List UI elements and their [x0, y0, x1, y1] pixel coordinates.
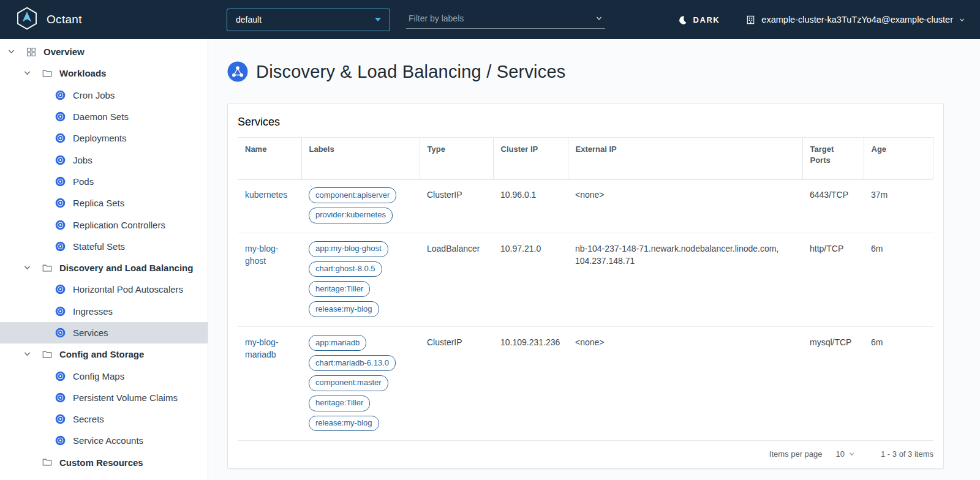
sidebar-item-daemon-sets[interactable]: Daemon Sets [0, 106, 208, 127]
column-header-cluster-ip: Cluster IP [493, 138, 568, 179]
sidebar-item-label: Daemon Sets [73, 111, 129, 122]
resource-icon [55, 111, 66, 122]
sidebar-item-label: Jobs [73, 155, 92, 165]
column-header-labels: Labels [301, 138, 420, 179]
theme-toggle-button[interactable]: DARK [678, 15, 720, 24]
sidebar-item-config-maps[interactable]: Config Maps [0, 365, 208, 386]
table-row: my-blog-mariadbapp:mariadbchart:mariadb-… [238, 327, 933, 441]
page-title: Discovery & Load Balancing / Services [256, 62, 565, 82]
chevron-down-icon [959, 17, 965, 23]
app-header: Octant default Filter by labels DARK exa… [0, 0, 980, 39]
label-filter-input[interactable]: Filter by labels [406, 10, 605, 29]
label-pill-list: app:mariadbchart:mariadb-6.13.0component… [309, 335, 412, 431]
cell-cluster-ip: 10.109.231.236 [493, 327, 568, 441]
label-pill: chart:ghost-8.0.5 [309, 261, 382, 277]
resource-icon [55, 176, 66, 187]
service-link[interactable]: my-blog-mariadb [245, 337, 278, 359]
sidebar-item-workloads[interactable]: Workloads [0, 62, 208, 84]
resource-icon [55, 133, 66, 143]
expand-chevron-icon[interactable] [5, 48, 17, 55]
sidebar-item-pods[interactable]: Pods [0, 171, 208, 192]
resource-icon [55, 284, 66, 294]
sidebar-item-label: Ingresses [73, 306, 113, 317]
brand: Octant [0, 6, 208, 33]
chevron-down-icon [848, 451, 855, 457]
sidebar-item-label: Replica Sets [73, 198, 124, 208]
resource-icon [55, 241, 66, 252]
caret-down-icon [375, 18, 381, 21]
sidebar-item-label: Workloads [59, 68, 106, 78]
sidebar-item-services[interactable]: Services [0, 322, 208, 343]
main-content: Discovery & Load Balancing / Services Se… [208, 39, 980, 480]
pagination-bar: Items per page 10 1 - 3 of 3 items [228, 441, 943, 468]
resource-icon [55, 90, 66, 100]
label-pill: release:my-blog [309, 301, 379, 317]
label-pill-list: app:my-blog-ghostchart:ghost-8.0.5herita… [309, 241, 412, 317]
expand-chevron-icon[interactable] [21, 264, 33, 271]
services-card: Services NameLabelsTypeCluster IPExterna… [227, 103, 944, 469]
sidebar-item-service-accounts[interactable]: Service Accounts [0, 430, 208, 451]
sidebar-item-stateful-sets[interactable]: Stateful Sets [0, 236, 208, 257]
service-link[interactable]: my-blog-ghost [245, 244, 278, 266]
resource-icon [55, 414, 66, 424]
cell-labels: app:mariadbchart:mariadb-6.13.0component… [301, 327, 420, 441]
sidebar-item-overview[interactable]: Overview [0, 41, 208, 62]
cell-age: 6m [864, 327, 933, 441]
resource-icon [55, 392, 66, 403]
cell-labels: app:my-blog-ghostchart:ghost-8.0.5herita… [301, 233, 420, 326]
resource-icon [55, 328, 66, 338]
label-pill: heritage:Tiller [309, 281, 370, 297]
sidebar-item-jobs[interactable]: Jobs [0, 149, 208, 170]
namespace-selector[interactable]: default [227, 9, 390, 31]
sidebar-item-horizontal-pod-autoscalers[interactable]: Horizontal Pod Autoscalers [0, 279, 208, 300]
sidebar-item-replication-controllers[interactable]: Replication Controllers [0, 214, 208, 235]
sidebar-item-label: Deployments [73, 133, 127, 143]
service-link[interactable]: kubernetes [245, 190, 287, 200]
sidebar-item-cron-jobs[interactable]: Cron Jobs [0, 84, 208, 106]
resource-icon [55, 220, 66, 230]
app-name: Octant [47, 13, 82, 26]
services-table-wrap: NameLabelsTypeCluster IPExternal IPTarge… [228, 137, 943, 441]
cell-name: my-blog-ghost [238, 233, 301, 326]
folder-icon [42, 68, 53, 79]
label-pill-list: component:apiserverprovider:kubernetes [309, 187, 412, 223]
label-pill: provider:kubernetes [309, 208, 393, 223]
sidebar-item-persistent-volume-claims[interactable]: Persistent Volume Claims [0, 387, 208, 408]
context-selector[interactable]: example-cluster-ka3TuTzYo4a@example-clus… [745, 15, 980, 25]
resource-icon [55, 306, 66, 317]
sidebar-item-label: Custom Resources [59, 457, 143, 468]
items-per-page-select[interactable]: 10 [836, 449, 855, 459]
folder-icon [42, 457, 53, 468]
context-label: example-cluster-ka3TuTzYo4a@example-clus… [761, 15, 953, 24]
sidebar-item-label: Persistent Volume Claims [73, 392, 178, 403]
sidebar-item-label: Config Maps [73, 371, 124, 381]
cell-target-ports: mysql/TCP [802, 327, 864, 441]
sidebar-item-discovery-and-load-balancing[interactable]: Discovery and Load Balancing [0, 257, 208, 279]
sidebar-item-custom-resources[interactable]: Custom Resources [0, 452, 208, 473]
chevron-down-icon [595, 15, 603, 22]
cell-age: 6m [864, 233, 933, 326]
label-pill: chart:mariadb-6.13.0 [309, 355, 396, 371]
namespace-value: default [236, 15, 262, 24]
sidebar-item-label: Stateful Sets [73, 241, 125, 252]
expand-chevron-icon[interactable] [21, 351, 33, 358]
cell-name: my-blog-mariadb [238, 327, 301, 441]
building-icon [745, 15, 756, 25]
resource-icon [55, 435, 66, 446]
resource-icon [55, 155, 66, 165]
table-header-row: NameLabelsTypeCluster IPExternal IPTarge… [238, 138, 933, 179]
sidebar-item-secrets[interactable]: Secrets [0, 408, 208, 430]
cell-cluster-ip: 10.97.21.0 [493, 233, 568, 326]
cell-name: kubernetes [238, 179, 301, 233]
sidebar-item-ingresses[interactable]: Ingresses [0, 301, 208, 322]
folder-icon [42, 349, 53, 360]
pagination-range: 1 - 3 of 3 items [881, 449, 933, 459]
sidebar-item-deployments[interactable]: Deployments [0, 127, 208, 149]
label-pill: app:my-blog-ghost [309, 241, 388, 257]
services-table: NameLabelsTypeCluster IPExternal IPTarge… [238, 137, 933, 441]
sidebar-item-config-and-storage[interactable]: Config and Storage [0, 343, 208, 365]
overview-icon [26, 47, 37, 58]
sidebar-item-replica-sets[interactable]: Replica Sets [0, 192, 208, 214]
octant-logo-icon [15, 6, 39, 33]
expand-chevron-icon[interactable] [21, 70, 33, 77]
